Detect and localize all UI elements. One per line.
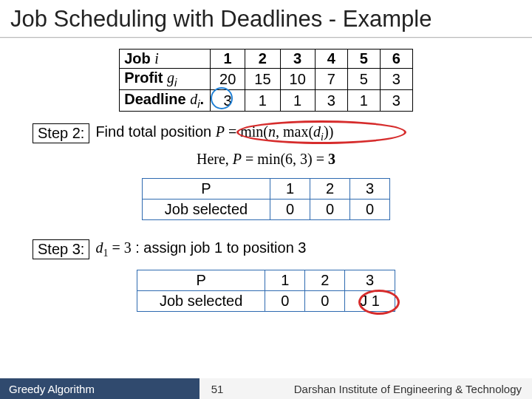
footer-section: Greedy Algorithm	[0, 378, 200, 399]
job-col: 3	[280, 50, 315, 69]
table-row: Job i 1 2 3 4 5 6	[120, 50, 413, 69]
profit-cell: 15	[245, 69, 280, 90]
p-col: 1	[270, 179, 310, 200]
footer-institute: Darshan Institute of Engineering & Techn…	[235, 378, 532, 399]
slide-title: Job Scheduling with Deadlines - Example	[0, 0, 532, 37]
job-col: 4	[315, 50, 347, 69]
step-3-text: d1 = 3 : assign job 1 to position 3	[95, 239, 306, 259]
table-row: Job selected 0 0 J 1	[137, 291, 395, 312]
profit-cell: 7	[315, 69, 347, 90]
job-selected-label: Job selected	[142, 200, 270, 220]
table-row: P 1 2 3	[137, 270, 395, 291]
step-3-label: Step 3:	[33, 239, 89, 259]
position-table-after-wrap: P 1 2 3 Job selected 0 0 J 1	[137, 270, 395, 312]
slot-cell: 0	[310, 200, 350, 220]
p-col: 3	[345, 270, 395, 291]
slot-cell: 0	[265, 291, 305, 312]
job-col: 2	[245, 50, 280, 69]
here-line: Here, P = min(6, 3) = 3	[0, 151, 532, 168]
profit-cell: 20	[211, 69, 245, 90]
footer: Greedy Algorithm 51 Darshan Institute of…	[0, 378, 532, 399]
deadline-cell: 3	[315, 90, 347, 112]
profit-cell: 10	[280, 69, 315, 90]
row-label-deadline: Deadline di.	[120, 90, 211, 112]
step-3-line: Step 3: d1 = 3 : assign job 1 to positio…	[33, 239, 532, 259]
position-table-before: P 1 2 3 Job selected 0 0 0	[142, 178, 390, 220]
deadline-cell: 1	[280, 90, 315, 112]
deadline-cell: 1	[245, 90, 280, 112]
table-row: P 1 2 3	[142, 179, 389, 200]
slot-cell: 0	[305, 291, 345, 312]
step-2-line: Step 2: Find total position P = min(n, m…	[33, 123, 532, 143]
slot-cell: 0	[350, 200, 390, 220]
highlight-oval-icon	[236, 120, 406, 144]
position-table-after: P 1 2 3 Job selected 0 0 J 1	[137, 270, 395, 312]
p-col: 1	[265, 270, 305, 291]
highlight-oval-icon	[358, 290, 400, 315]
job-col: 6	[380, 50, 412, 69]
jobs-table: Job i 1 2 3 4 5 6 Profit gi 20 15 10 7 5…	[119, 49, 413, 112]
step-2-label: Step 2:	[33, 123, 89, 143]
table-row: Profit gi 20 15 10 7 5 3	[120, 69, 413, 90]
table-row: Job selected 0 0 0	[142, 200, 389, 220]
p-col: 3	[350, 179, 390, 200]
deadline-cell: 1	[347, 90, 380, 112]
title-divider	[0, 37, 532, 38]
p-col: 2	[310, 179, 350, 200]
slot-cell: 0	[270, 200, 310, 220]
row-label-profit: Profit gi	[120, 69, 211, 90]
deadline-cell: 3	[380, 90, 412, 112]
table-row: Deadline di. 3 1 1 3 1 3	[120, 90, 413, 112]
profit-cell: 5	[347, 69, 380, 90]
highlight-circle-icon	[211, 87, 233, 109]
jobs-table-wrap: Job i 1 2 3 4 5 6 Profit gi 20 15 10 7 5…	[119, 49, 413, 112]
footer-page-number: 51	[200, 378, 235, 399]
job-col: 5	[347, 50, 380, 69]
job-col: 1	[211, 50, 245, 69]
p-header: P	[137, 270, 265, 291]
profit-cell: 3	[380, 69, 412, 90]
p-col: 2	[305, 270, 345, 291]
job-selected-label: Job selected	[137, 291, 265, 312]
p-header: P	[142, 179, 270, 200]
row-label-job: Job i	[120, 50, 211, 69]
